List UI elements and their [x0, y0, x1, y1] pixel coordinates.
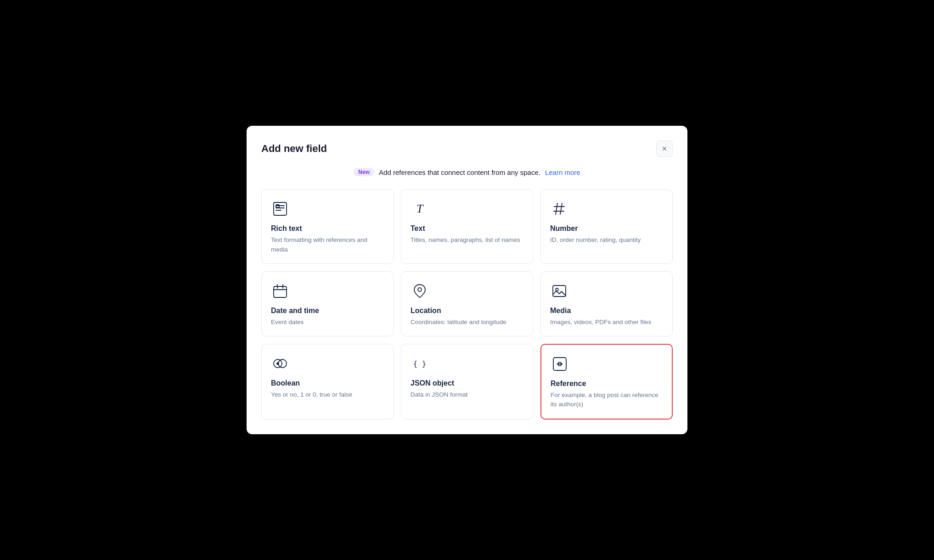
- field-card-date-and-time[interactable]: Date and timeEvent dates: [261, 271, 394, 336]
- field-title-text: Text: [411, 224, 523, 233]
- field-title-rich-text: Rich text: [271, 224, 384, 233]
- json-icon: { }: [411, 354, 429, 373]
- text-icon: T: [411, 200, 429, 218]
- svg-point-14: [418, 288, 422, 291]
- svg-text:T: T: [416, 202, 424, 215]
- svg-point-18: [278, 359, 287, 368]
- field-title-json-object: JSON object: [411, 379, 523, 387]
- field-desc-location: Coordinates: latitude and longitude: [411, 318, 523, 327]
- svg-rect-0: [274, 202, 287, 215]
- field-desc-text: Titles, names, paragraphs, list of names: [411, 235, 523, 245]
- field-desc-reference: For example, a blog post can reference i…: [551, 391, 663, 409]
- svg-point-16: [556, 288, 558, 291]
- field-desc-boolean: Yes or no, 1 or 0, true or false: [271, 390, 384, 399]
- modal-header: Add new field ×: [261, 140, 673, 157]
- field-title-location: Location: [411, 307, 523, 315]
- modal-overlay: Add new field × New Add references that …: [0, 0, 934, 560]
- field-desc-media: Images, videos, PDFs and other files: [550, 318, 663, 327]
- field-title-date-and-time: Date and time: [271, 307, 384, 315]
- reference-icon: [551, 355, 569, 373]
- field-desc-date-and-time: Event dates: [271, 318, 384, 327]
- field-card-location[interactable]: LocationCoordinates: latitude and longit…: [401, 271, 533, 336]
- field-title-boolean: Boolean: [271, 379, 384, 387]
- location-icon: [411, 282, 429, 300]
- svg-text:{ }: { }: [413, 359, 427, 368]
- svg-rect-4: [276, 205, 279, 207]
- close-button[interactable]: ×: [656, 140, 673, 157]
- add-field-modal: Add new field × New Add references that …: [247, 126, 687, 434]
- field-title-media: Media: [550, 307, 663, 315]
- field-type-grid: Rich textText formatting with references…: [261, 189, 673, 419]
- svg-point-19: [276, 362, 279, 365]
- rich-text-icon: [271, 200, 289, 218]
- date-icon: [271, 282, 289, 300]
- field-desc-json-object: Data in JSON format: [411, 390, 523, 399]
- modal-title: Add new field: [261, 143, 327, 155]
- banner: New Add references that connect content …: [261, 168, 673, 176]
- field-card-json-object[interactable]: { }JSON objectData in JSON format: [401, 344, 533, 420]
- boolean-icon: [271, 354, 289, 373]
- field-card-reference[interactable]: ReferenceFor example, a blog post can re…: [540, 344, 673, 420]
- svg-rect-10: [274, 286, 287, 297]
- media-icon: [550, 282, 568, 300]
- field-card-text[interactable]: TTextTitles, names, paragraphs, list of …: [401, 189, 533, 264]
- field-card-media[interactable]: MediaImages, videos, PDFs and other file…: [540, 271, 673, 336]
- field-card-rich-text[interactable]: Rich textText formatting with references…: [261, 189, 394, 264]
- svg-line-7: [560, 203, 562, 214]
- field-card-boolean[interactable]: BooleanYes or no, 1 or 0, true or false: [261, 344, 394, 420]
- field-title-number: Number: [550, 224, 663, 233]
- field-card-number[interactable]: NumberID, order number, rating, quantity: [540, 189, 673, 264]
- new-badge: New: [354, 168, 374, 176]
- learn-more-link[interactable]: Learn more: [545, 168, 580, 176]
- svg-line-6: [556, 203, 557, 214]
- svg-rect-15: [553, 286, 566, 297]
- field-desc-number: ID, order number, rating, quantity: [550, 235, 663, 245]
- banner-text: Add references that connect content from…: [379, 168, 540, 176]
- number-icon: [550, 200, 568, 218]
- field-desc-rich-text: Text formatting with references and medi…: [271, 235, 384, 254]
- field-title-reference: Reference: [551, 380, 663, 388]
